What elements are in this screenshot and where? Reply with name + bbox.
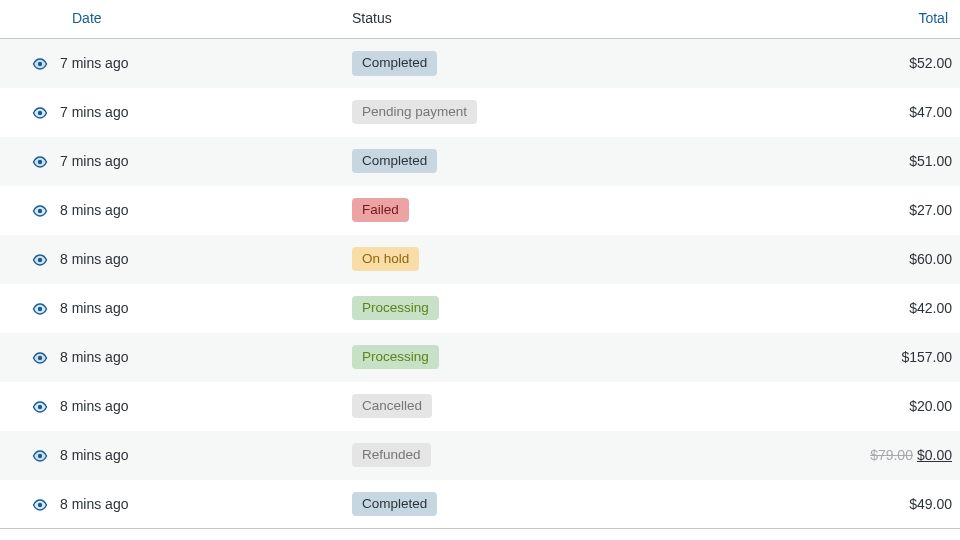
date-text: 8 mins ago: [60, 251, 128, 267]
date-cell: 8 mins ago: [60, 235, 340, 284]
svg-point-6: [38, 356, 42, 360]
eye-icon[interactable]: [32, 450, 48, 460]
preview-cell: [0, 333, 60, 382]
table-row[interactable]: 8 mins agoRefunded$79.00$0.00: [0, 431, 960, 480]
total-amount: $60.00: [909, 251, 952, 267]
status-badge: Failed: [352, 198, 409, 223]
date-text: 8 mins ago: [60, 398, 128, 414]
eye-icon[interactable]: [32, 499, 48, 509]
total-amount: $42.00: [909, 300, 952, 316]
table-row[interactable]: 7 mins agoCompleted$52.00: [0, 39, 960, 88]
table-row[interactable]: 8 mins agoCancelled$20.00: [0, 382, 960, 431]
status-cell: Processing: [340, 333, 810, 382]
svg-point-3: [38, 209, 42, 213]
total-amount: $52.00: [909, 55, 952, 71]
table-row[interactable]: 8 mins agoOn hold$60.00: [0, 235, 960, 284]
date-cell: 8 mins ago: [60, 382, 340, 431]
date-cell: 7 mins ago: [60, 137, 340, 186]
total-amount: $49.00: [909, 496, 952, 512]
preview-cell: [0, 39, 60, 88]
total-cell: $20.00: [810, 382, 960, 431]
preview-cell: [0, 137, 60, 186]
status-cell: Completed: [340, 39, 810, 88]
date-text: 8 mins ago: [60, 202, 128, 218]
status-badge: Pending payment: [352, 100, 477, 125]
status-cell: Completed: [340, 480, 810, 529]
table-row[interactable]: 7 mins agoPending payment$47.00: [0, 88, 960, 137]
svg-point-2: [38, 160, 42, 164]
date-text: 7 mins ago: [60, 153, 128, 169]
date-text: 8 mins ago: [60, 300, 128, 316]
date-cell: 7 mins ago: [60, 88, 340, 137]
total-amount: $27.00: [909, 202, 952, 218]
total-cell: $47.00: [810, 88, 960, 137]
preview-cell: [0, 382, 60, 431]
date-text: 8 mins ago: [60, 447, 128, 463]
eye-icon[interactable]: [32, 303, 48, 313]
total-cell: $42.00: [810, 284, 960, 333]
status-badge: Processing: [352, 296, 439, 321]
total-amount: $20.00: [909, 398, 952, 414]
eye-icon[interactable]: [32, 205, 48, 215]
eye-icon[interactable]: [32, 254, 48, 264]
status-badge: Cancelled: [352, 394, 432, 419]
header-status: Status: [340, 0, 810, 39]
eye-icon[interactable]: [32, 156, 48, 166]
date-cell: 8 mins ago: [60, 480, 340, 529]
svg-point-8: [38, 454, 42, 458]
status-cell: Failed: [340, 186, 810, 235]
header-preview: [0, 0, 60, 39]
status-badge: Processing: [352, 345, 439, 370]
total-cell: $157.00: [810, 333, 960, 382]
preview-cell: [0, 284, 60, 333]
status-cell: Processing: [340, 284, 810, 333]
table-row[interactable]: 8 mins agoProcessing$42.00: [0, 284, 960, 333]
date-cell: 8 mins ago: [60, 284, 340, 333]
eye-icon[interactable]: [32, 58, 48, 68]
total-cell: $51.00: [810, 137, 960, 186]
orders-table-header: Date Status Total: [0, 0, 960, 39]
preview-cell: [0, 235, 60, 284]
status-badge: Completed: [352, 51, 437, 76]
svg-point-9: [38, 503, 42, 507]
table-row[interactable]: 8 mins agoCompleted$49.00: [0, 480, 960, 529]
status-badge: Completed: [352, 149, 437, 174]
date-cell: 8 mins ago: [60, 186, 340, 235]
preview-cell: [0, 186, 60, 235]
total-cell: $60.00: [810, 235, 960, 284]
total-cell: $49.00: [810, 480, 960, 529]
table-row[interactable]: 8 mins agoProcessing$157.00: [0, 333, 960, 382]
total-cell: $27.00: [810, 186, 960, 235]
total-cell: $52.00: [810, 39, 960, 88]
table-row[interactable]: 7 mins agoCompleted$51.00: [0, 137, 960, 186]
status-badge: Refunded: [352, 443, 431, 468]
total-original: $79.00: [870, 447, 913, 463]
svg-point-7: [38, 405, 42, 409]
svg-point-0: [38, 62, 42, 66]
eye-icon[interactable]: [32, 401, 48, 411]
status-cell: On hold: [340, 235, 810, 284]
svg-point-4: [38, 258, 42, 262]
total-amount: $157.00: [901, 349, 952, 365]
date-text: 7 mins ago: [60, 104, 128, 120]
date-text: 8 mins ago: [60, 349, 128, 365]
table-row[interactable]: 8 mins agoFailed$27.00: [0, 186, 960, 235]
total-amount: $0.00: [917, 447, 952, 463]
status-cell: Completed: [340, 137, 810, 186]
header-total[interactable]: Total: [810, 0, 960, 39]
preview-cell: [0, 431, 60, 480]
date-cell: 8 mins ago: [60, 431, 340, 480]
total-amount: $47.00: [909, 104, 952, 120]
date-text: 8 mins ago: [60, 496, 128, 512]
date-cell: 7 mins ago: [60, 39, 340, 88]
eye-icon[interactable]: [32, 107, 48, 117]
eye-icon[interactable]: [32, 352, 48, 362]
svg-point-1: [38, 111, 42, 115]
date-text: 7 mins ago: [60, 55, 128, 71]
status-cell: Refunded: [340, 431, 810, 480]
status-cell: Cancelled: [340, 382, 810, 431]
total-amount: $51.00: [909, 153, 952, 169]
header-date[interactable]: Date: [60, 0, 340, 39]
total-cell: $79.00$0.00: [810, 431, 960, 480]
status-badge: Completed: [352, 492, 437, 517]
